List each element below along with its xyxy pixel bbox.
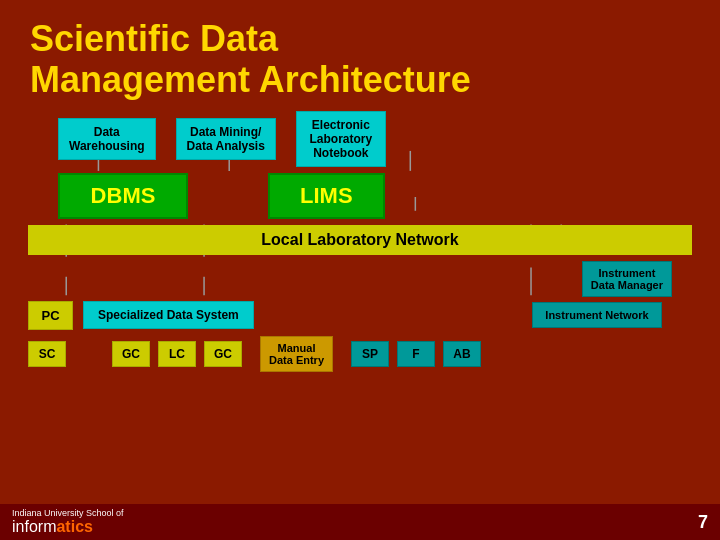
diagram-content: Data Warehousing Data Mining/ Data Analy… <box>28 111 692 372</box>
ab-box: AB <box>443 341 481 367</box>
sc-box: SC <box>28 341 66 367</box>
dbms-lims-row: DBMS LIMS <box>58 173 692 219</box>
footer-brand: informatics <box>12 518 124 536</box>
diagram-wrapper: Data Warehousing Data Mining/ Data Analy… <box>28 111 692 372</box>
sds-box: Specialized Data System <box>83 301 254 329</box>
dbms-box: DBMS <box>58 173 188 219</box>
instrument-data-manager-box: Instrument Data Manager <box>582 261 672 297</box>
lc-box: LC <box>158 341 196 367</box>
footer-logo: Indiana University School of informatics <box>12 508 124 536</box>
lims-box: LIMS <box>268 173 385 219</box>
footer-brand-info: inform <box>12 518 56 535</box>
sp-box: SP <box>351 341 389 367</box>
title-line2: Management Architecture <box>30 59 471 100</box>
pc-box: PC <box>28 301 73 330</box>
manual-data-entry-box: Manual Data Entry <box>260 336 333 372</box>
bottom-row: SC GC LC GC Manual Data Entry SP F AB <box>28 336 692 372</box>
data-mining-box: Data Mining/ Data Analysis <box>176 118 276 160</box>
electronic-lab-notebook-box: Electronic Laboratory Notebook <box>296 111 386 167</box>
top-boxes-row: Data Warehousing Data Mining/ Data Analy… <box>58 111 692 167</box>
footer-logo-block: Indiana University School of informatics <box>12 508 124 536</box>
title-line1: Scientific Data <box>30 18 278 59</box>
instrument-network-box: Instrument Network <box>532 302 662 328</box>
f-box: F <box>397 341 435 367</box>
title-area: Scientific Data Management Architecture <box>0 0 720 111</box>
footer-school-text: Indiana University School of <box>12 508 124 518</box>
footer-brand-matics: atics <box>56 518 92 535</box>
instrument-manager-row: Instrument Data Manager <box>28 261 692 297</box>
data-warehousing-box: Data Warehousing <box>58 118 156 160</box>
pc-sds-row: PC Specialized Data System Instrument Ne… <box>28 301 692 330</box>
gc1-box: GC <box>112 341 150 367</box>
page-number: 7 <box>698 512 708 533</box>
gc2-box: GC <box>204 341 242 367</box>
footer: Indiana University School of informatics… <box>0 504 720 540</box>
page-title: Scientific Data Management Architecture <box>30 18 690 101</box>
lln-bar: Local Laboratory Network <box>28 225 692 255</box>
